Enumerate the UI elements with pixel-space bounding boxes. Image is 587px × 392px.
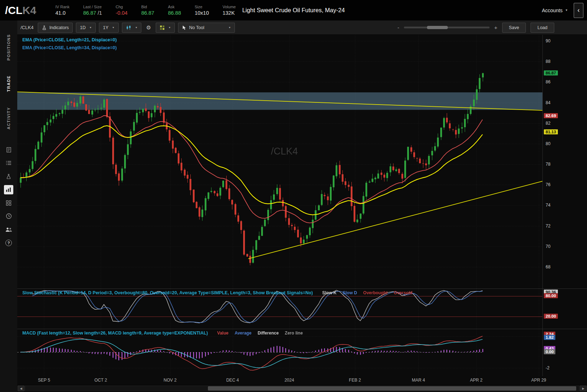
field-size: Size 10x10 xyxy=(195,5,209,16)
chart-module: /CLK4 Indicators 1D ▼ 1Y ▼ ▼ ⚙ xyxy=(17,20,587,392)
candlestick-icon xyxy=(126,25,132,30)
ask-value: 86.88 xyxy=(168,10,181,16)
accounts-dropdown[interactable]: Accounts ▼ xyxy=(542,8,568,13)
field-label: Chg xyxy=(116,5,128,9)
grid-icon[interactable] xyxy=(4,198,13,208)
clock-icon[interactable] xyxy=(4,212,13,221)
field-label: Ask xyxy=(168,5,181,9)
sidebar-tab-trade[interactable]: TRADE xyxy=(6,75,11,92)
timeframe-dropdown[interactable]: 1D ▼ xyxy=(76,23,96,33)
instrument-title: Light Sweet Crude Oil Futures, May-24 xyxy=(242,7,345,14)
bid-value: 86.87 xyxy=(141,10,154,16)
scrollbar-thumb[interactable] xyxy=(208,386,576,391)
date-axis-label: MAR 4 xyxy=(412,378,425,383)
last-size: /1 xyxy=(96,10,102,16)
date-axis-label: 2024 xyxy=(285,378,294,383)
date-axis-label: OCT 2 xyxy=(95,378,107,383)
chart-area: EMA (Price=CLOSE, Length=21, Displace=0)… xyxy=(17,35,587,376)
field-bid: Bid 86.87 xyxy=(141,5,154,16)
help-icon[interactable]: ? xyxy=(4,238,13,248)
chart-toolbar: /CLK4 Indicators 1D ▼ 1Y ▼ ▼ ⚙ xyxy=(17,20,587,35)
zoom-slider-thumb[interactable] xyxy=(427,26,448,29)
price-axis-tick: 78 xyxy=(546,162,550,167)
zoom-out-button[interactable]: - xyxy=(397,24,399,31)
ema34-study-label[interactable]: EMA (Price=CLOSE, Length=34, Displace=0) xyxy=(22,45,117,50)
scroll-left-button[interactable]: ◀ xyxy=(18,386,24,391)
stochastic-study-label[interactable]: Slow Stochastic (K Period=14, D Period=3… xyxy=(22,290,313,295)
load-button[interactable]: Load xyxy=(531,23,554,33)
price-axis-tick: 88 xyxy=(546,59,550,64)
price-badge: 82.69 xyxy=(544,113,558,118)
chevron-down-icon: ▼ xyxy=(565,9,568,12)
chevron-down-icon: ▼ xyxy=(228,26,231,29)
field-volume: Volume 132K xyxy=(223,5,236,16)
people-icon[interactable] xyxy=(4,225,13,234)
save-button[interactable]: Save xyxy=(502,23,526,33)
field-chg: Chg -0.04 xyxy=(116,5,128,16)
drawing-tool-dropdown[interactable]: No Tool ▼ xyxy=(178,23,235,33)
macd-badge: 1.82 xyxy=(544,335,555,340)
scroll-right-button[interactable]: ▶ xyxy=(580,386,587,391)
range-dropdown[interactable]: 1Y ▼ xyxy=(99,23,118,33)
monitor-icon[interactable] xyxy=(4,145,13,155)
grid-layout-icon xyxy=(160,25,165,30)
stoch-badge: 80.00 xyxy=(544,293,558,298)
app-window: /CLK4 IV Rank 41.0 Last / Size 86.87 /1 … xyxy=(0,0,587,392)
chart-icon[interactable] xyxy=(4,185,13,194)
field-iv-rank: IV Rank 41.0 xyxy=(55,5,69,16)
sidebar-tab-activity[interactable]: ACTIVITY xyxy=(6,107,11,129)
scrollbar-track[interactable] xyxy=(25,386,579,391)
macd-legend-item: Average xyxy=(235,331,251,336)
price-badge: 86.87 xyxy=(544,70,558,75)
indicators-button[interactable]: Indicators xyxy=(38,23,73,33)
price-axis-tick: 82 xyxy=(546,121,550,126)
panel-divider[interactable] xyxy=(17,329,587,329)
left-sidebar: POSITIONS TRADE ACTIVITY xyxy=(0,20,17,392)
price-axis-tick: 76 xyxy=(546,182,550,187)
stoch-legend-item: Overbought xyxy=(363,290,388,295)
macd-panel-canvas[interactable] xyxy=(17,329,542,376)
price-axis-tick: 74 xyxy=(546,203,550,208)
flask-icon[interactable] xyxy=(4,172,13,181)
price-axis-tick: 70 xyxy=(546,244,550,249)
price-chart-canvas[interactable] xyxy=(17,35,542,289)
chart-settings-button[interactable]: ⚙ xyxy=(145,23,152,33)
field-label: IV Rank xyxy=(55,5,69,9)
field-label: Size xyxy=(195,5,209,9)
ema21-study-label[interactable]: EMA (Price=CLOSE, Length=21, Displace=0) xyxy=(22,37,117,42)
symbol: /CLK4 xyxy=(5,4,55,17)
date-axis-label: APR 2 xyxy=(470,378,483,383)
macd-legend: ValueAverageDifferenceZero line xyxy=(217,331,303,336)
date-axis-label: NOV 2 xyxy=(164,378,177,383)
time-axis[interactable]: SEP 5OCT 2NOV 2DEC 42024FEB 2MAR 4APR 2A… xyxy=(17,376,587,385)
layout-dropdown[interactable]: ▼ xyxy=(156,23,175,33)
macd-legend-item: Difference xyxy=(258,331,279,336)
macd-study-label[interactable]: MACD (Fast length=12, Slow length=26, MA… xyxy=(22,331,208,336)
panel-divider[interactable] xyxy=(17,289,587,289)
zoom-slider[interactable] xyxy=(404,27,490,28)
zoom-in-button[interactable]: + xyxy=(494,24,497,31)
chart-symbol-label: /CLK4 xyxy=(21,25,33,30)
price-axis-tick: 86 xyxy=(546,79,550,84)
field-value: 41.0 xyxy=(55,10,69,16)
field-label: Last / Size xyxy=(83,5,102,9)
flask-icon xyxy=(42,25,47,30)
collapse-panel-button[interactable]: ‹ xyxy=(574,3,583,18)
stochastic-legend: Slow KSlow DOverboughtOversold xyxy=(322,290,413,295)
header: /CLK4 IV Rank 41.0 Last / Size 86.87 /1 … xyxy=(0,0,587,20)
list-icon[interactable] xyxy=(4,158,13,168)
chevron-down-icon: ▼ xyxy=(89,26,92,29)
stoch-legend-item: Slow K xyxy=(322,290,337,295)
field-label: Bid xyxy=(141,5,154,9)
sidebar-tab-positions[interactable]: POSITIONS xyxy=(6,34,11,60)
date-axis-label: SEP 5 xyxy=(38,378,50,383)
chart-style-dropdown[interactable]: ▼ xyxy=(122,23,142,33)
chart-scrollbar: ◀ ▶ xyxy=(17,385,587,392)
volume-value: 132K xyxy=(223,10,236,16)
chevron-down-icon: ▼ xyxy=(135,26,138,29)
accounts-label: Accounts xyxy=(542,8,563,13)
macd-legend-item: Zero line xyxy=(285,331,303,336)
stoch-legend-item: Oversold xyxy=(394,290,413,295)
symbol-root: /CL xyxy=(5,4,22,16)
price-axis[interactable]: 90888684828078767472706886.8782.6981.139… xyxy=(542,35,587,376)
